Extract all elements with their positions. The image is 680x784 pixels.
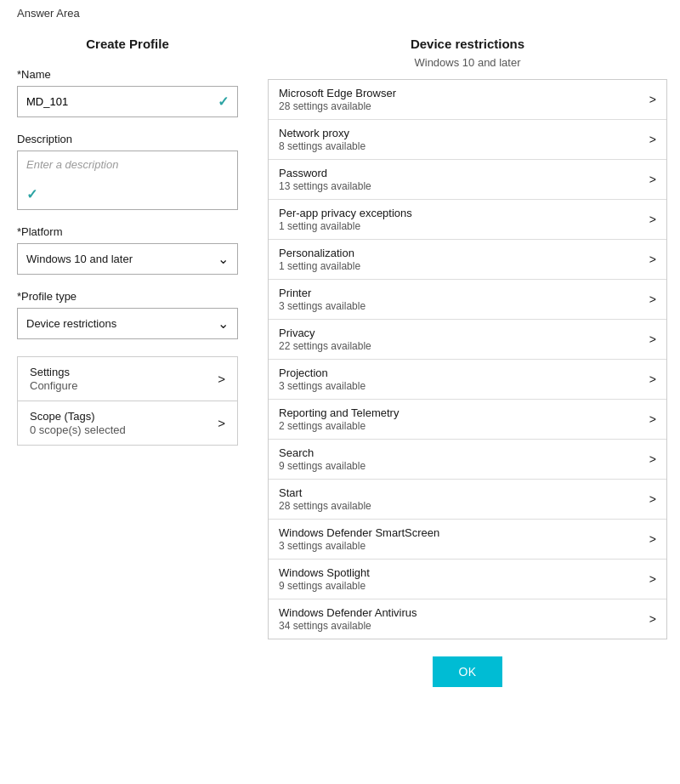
category-sub: 2 settings available bbox=[279, 420, 399, 432]
profile-type-label: *Profile type bbox=[17, 290, 238, 303]
category-title: Printer bbox=[279, 287, 366, 299]
category-title: Password bbox=[279, 167, 371, 179]
category-item[interactable]: Windows Spotlight9 settings available> bbox=[269, 560, 666, 599]
scope-tags-item[interactable]: Scope (Tags) 0 scope(s) selected > bbox=[18, 401, 237, 445]
category-sub: 3 settings available bbox=[279, 300, 366, 312]
settings-configure-item[interactable]: Settings Configure > bbox=[18, 357, 237, 401]
platform-label: *Platform bbox=[17, 225, 238, 238]
category-item[interactable]: Reporting and Telemetry2 settings availa… bbox=[269, 400, 666, 440]
windows-version-subtitle: Windows 10 and later bbox=[268, 56, 667, 69]
category-title: Start bbox=[279, 486, 371, 499]
category-sub: 8 settings available bbox=[279, 140, 366, 152]
category-item[interactable]: Windows Defender SmartScreen3 settings a… bbox=[269, 520, 666, 560]
category-chevron: > bbox=[649, 173, 656, 186]
platform-value: Windows 10 and later bbox=[26, 253, 133, 265]
left-settings-list: Settings Configure > Scope (Tags) 0 scop… bbox=[17, 356, 238, 446]
right-panel: Device restrictions Windows 10 and later… bbox=[255, 28, 680, 696]
category-item[interactable]: Microsoft Edge Browser28 settings availa… bbox=[269, 80, 666, 120]
answer-area-label: Answer Area bbox=[0, 0, 680, 20]
category-sub: 13 settings available bbox=[279, 180, 371, 192]
name-input-wrapper[interactable]: ✓ bbox=[17, 86, 238, 117]
category-sub: 22 settings available bbox=[279, 340, 371, 352]
category-chevron: > bbox=[649, 133, 656, 146]
configure-subtitle: Configure bbox=[30, 379, 77, 392]
category-title: Search bbox=[279, 446, 366, 459]
description-placeholder: Enter a description bbox=[26, 158, 118, 171]
category-item[interactable]: Network proxy8 settings available> bbox=[269, 120, 666, 160]
category-sub: 9 settings available bbox=[279, 460, 366, 472]
category-title: Per-app privacy exceptions bbox=[279, 207, 412, 219]
category-chevron: > bbox=[649, 452, 656, 466]
category-item[interactable]: Personalization1 setting available> bbox=[269, 240, 666, 280]
category-title: Privacy bbox=[279, 327, 371, 339]
profile-type-value: Device restrictions bbox=[26, 317, 116, 330]
description-field-group: Description Enter a description ✓ bbox=[17, 133, 238, 210]
category-item[interactable]: Windows Defender Antivirus34 settings av… bbox=[269, 599, 666, 639]
name-label: *Name bbox=[17, 68, 238, 81]
category-sub: 3 settings available bbox=[279, 540, 439, 552]
category-chevron: > bbox=[649, 253, 656, 266]
category-item[interactable]: Privacy22 settings available> bbox=[269, 320, 666, 360]
left-panel: Create Profile *Name ✓ Description Enter… bbox=[0, 28, 255, 696]
settings-chevron: > bbox=[218, 372, 225, 386]
category-chevron: > bbox=[649, 372, 656, 386]
category-sub: 3 settings available bbox=[279, 380, 366, 392]
category-list: Microsoft Edge Browser28 settings availa… bbox=[268, 79, 667, 639]
scope-tags-title: Scope (Tags) bbox=[30, 410, 126, 423]
category-item[interactable]: Start28 settings available> bbox=[269, 480, 666, 520]
category-sub: 34 settings available bbox=[279, 620, 417, 632]
category-chevron: > bbox=[649, 572, 656, 586]
category-title: Microsoft Edge Browser bbox=[279, 87, 396, 99]
category-sub: 1 setting available bbox=[279, 260, 360, 272]
category-sub: 28 settings available bbox=[279, 100, 396, 112]
description-label: Description bbox=[17, 133, 238, 145]
category-chevron: > bbox=[649, 213, 656, 226]
create-profile-title: Create Profile bbox=[17, 37, 238, 51]
device-restrictions-title: Device restrictions bbox=[268, 37, 667, 51]
category-sub: 9 settings available bbox=[279, 580, 370, 592]
category-sub: 1 setting available bbox=[279, 220, 412, 232]
category-title: Reporting and Telemetry bbox=[279, 406, 399, 419]
category-title: Personalization bbox=[279, 247, 360, 259]
category-chevron: > bbox=[649, 332, 656, 346]
description-input-wrapper[interactable]: Enter a description ✓ bbox=[17, 151, 238, 210]
settings-title: Settings bbox=[30, 366, 77, 378]
category-chevron: > bbox=[649, 93, 656, 106]
ok-button[interactable]: OK bbox=[433, 656, 502, 687]
category-title: Windows Spotlight bbox=[279, 566, 370, 579]
category-chevron: > bbox=[649, 492, 656, 506]
name-checkmark: ✓ bbox=[218, 94, 229, 110]
profile-type-dropdown-arrow: ⌄ bbox=[218, 315, 229, 332]
category-item[interactable]: Search9 settings available> bbox=[269, 440, 666, 480]
category-chevron: > bbox=[649, 412, 656, 426]
category-title: Windows Defender Antivirus bbox=[279, 606, 417, 619]
category-item[interactable]: Projection3 settings available> bbox=[269, 360, 666, 400]
platform-dropdown[interactable]: Windows 10 and later ⌄ bbox=[17, 243, 238, 275]
name-field-group: *Name ✓ bbox=[17, 68, 238, 117]
category-title: Projection bbox=[279, 366, 366, 379]
platform-dropdown-arrow: ⌄ bbox=[218, 251, 229, 267]
category-item[interactable]: Per-app privacy exceptions1 setting avai… bbox=[269, 200, 666, 240]
ok-button-container: OK bbox=[268, 656, 667, 687]
category-item[interactable]: Printer3 settings available> bbox=[269, 280, 666, 320]
category-item[interactable]: Password13 settings available> bbox=[269, 160, 666, 200]
category-title: Windows Defender SmartScreen bbox=[279, 526, 439, 539]
scope-tags-chevron: > bbox=[218, 416, 225, 430]
name-input[interactable] bbox=[26, 95, 208, 108]
description-checkmark: ✓ bbox=[26, 186, 37, 202]
category-chevron: > bbox=[649, 612, 656, 626]
profile-type-dropdown[interactable]: Device restrictions ⌄ bbox=[17, 308, 238, 339]
category-title: Network proxy bbox=[279, 127, 366, 139]
category-chevron: > bbox=[649, 532, 656, 546]
profile-type-field-group: *Profile type Device restrictions ⌄ bbox=[17, 290, 238, 339]
scope-tags-subtitle: 0 scope(s) selected bbox=[30, 423, 126, 436]
platform-field-group: *Platform Windows 10 and later ⌄ bbox=[17, 225, 238, 275]
category-sub: 28 settings available bbox=[279, 500, 371, 512]
category-chevron: > bbox=[649, 293, 656, 306]
